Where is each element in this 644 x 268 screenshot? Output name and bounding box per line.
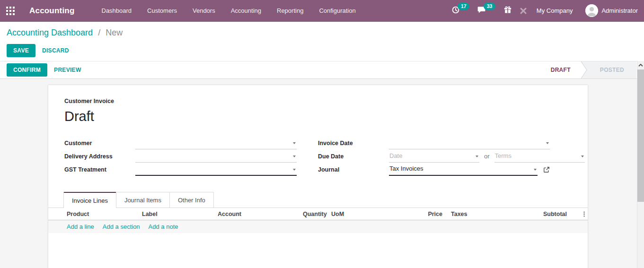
- company-switcher[interactable]: My Company: [537, 7, 573, 14]
- journal-field-row: Journal: [318, 163, 550, 176]
- menu-item-configuration[interactable]: Configuration: [319, 7, 355, 14]
- statusbar: CONFIRM PREVIEW DRAFT POSTED: [0, 61, 644, 79]
- content-area: Customer Invoice Draft Customer Delivery…: [0, 79, 644, 268]
- menu-item-vendors[interactable]: Vendors: [193, 7, 215, 14]
- breadcrumb: Accounting Dashboard / New: [7, 27, 644, 38]
- column-header-label[interactable]: Label: [142, 211, 218, 217]
- statusbar-actions: CONFIRM PREVIEW: [7, 63, 88, 77]
- due-date-field-row: Due Date or: [318, 150, 550, 163]
- confirm-button[interactable]: CONFIRM: [7, 63, 47, 77]
- invoice-date-input[interactable]: [389, 137, 550, 149]
- caret-down-icon[interactable]: [293, 169, 296, 171]
- invoice-state-title: Draft: [64, 109, 588, 124]
- scrollbar-thumb[interactable]: [637, 69, 644, 202]
- add-a-note-link[interactable]: Add a note: [149, 223, 178, 230]
- table-add-row: Add a line Add a section Add a note: [48, 220, 588, 233]
- delivery-address-field-row: Delivery Address: [64, 150, 297, 163]
- vertical-scrollbar[interactable]: [637, 61, 644, 268]
- odoo-accounting-screen: Accounting Dashboard Customers Vendors A…: [0, 0, 644, 268]
- invoice-lines-header-row: Product Label Account Quantity UoM Price…: [48, 208, 588, 220]
- field-groups: Customer Delivery Address: [48, 137, 588, 176]
- payment-terms-input[interactable]: [494, 150, 585, 162]
- invoice-date-label: Invoice Date: [318, 140, 389, 147]
- save-button[interactable]: SAVE: [7, 44, 35, 57]
- messages-button[interactable]: 33: [477, 6, 495, 16]
- or-label: or: [484, 153, 490, 160]
- app-name[interactable]: Accounting: [29, 6, 75, 16]
- breadcrumb-current: New: [106, 28, 123, 37]
- column-header-account[interactable]: Account: [218, 211, 303, 217]
- customer-label: Customer: [64, 140, 135, 147]
- right-field-column: Invoice Date Due Date or: [318, 137, 572, 176]
- add-a-line-link[interactable]: Add a line: [67, 223, 94, 230]
- column-header-taxes[interactable]: Taxes: [442, 211, 496, 217]
- scroll-up-icon[interactable]: [637, 61, 644, 69]
- status-step-draft[interactable]: DRAFT: [540, 61, 581, 78]
- systray: 17 33 My Company Administrator: [451, 4, 644, 17]
- main-menu: Dashboard Customers Vendors Accounting R…: [102, 7, 356, 14]
- preview-button[interactable]: PREVIEW: [47, 63, 88, 77]
- control-panel-buttons: SAVE DISCARD: [7, 44, 644, 57]
- status-steps: DRAFT POSTED: [540, 61, 636, 78]
- breadcrumb-parent-link[interactable]: Accounting Dashboard: [7, 28, 93, 37]
- rewards-button[interactable]: [503, 5, 512, 16]
- delivery-address-label: Delivery Address: [64, 153, 135, 160]
- caret-down-icon[interactable]: [293, 156, 296, 157]
- left-field-column: Customer Delivery Address: [64, 137, 318, 176]
- notebook-tabs: Invoice Lines Journal Items Other Info: [48, 192, 588, 208]
- column-header-subtotal[interactable]: Subtotal: [496, 211, 567, 217]
- customer-field-row: Customer: [64, 137, 297, 149]
- journal-input[interactable]: [389, 163, 538, 175]
- gift-icon: [503, 5, 512, 16]
- column-header-uom[interactable]: UoM: [326, 211, 383, 217]
- top-navbar: Accounting Dashboard Customers Vendors A…: [0, 0, 644, 22]
- tab-journal-items[interactable]: Journal Items: [116, 192, 170, 207]
- external-link-icon[interactable]: [543, 166, 550, 173]
- customer-input[interactable]: [135, 137, 297, 149]
- user-menu[interactable]: Administrator: [601, 7, 638, 14]
- tab-other-info[interactable]: Other Info: [169, 192, 214, 207]
- activities-button[interactable]: 17: [451, 6, 469, 16]
- tools-icon[interactable]: [519, 7, 528, 15]
- status-step-posted[interactable]: POSTED: [588, 61, 636, 78]
- menu-item-dashboard[interactable]: Dashboard: [102, 7, 132, 14]
- caret-down-icon[interactable]: [534, 169, 537, 171]
- breadcrumb-separator: /: [98, 28, 100, 37]
- caret-down-icon[interactable]: [546, 142, 549, 144]
- caret-down-icon[interactable]: [581, 156, 584, 157]
- invoice-form-sheet: Customer Invoice Draft Customer Delivery…: [48, 85, 588, 268]
- tab-invoice-lines[interactable]: Invoice Lines: [63, 192, 116, 208]
- step-arrow-icon: [581, 61, 588, 78]
- gst-treatment-input[interactable]: [135, 163, 297, 175]
- gst-treatment-label: GST Treatment: [64, 166, 135, 173]
- add-a-section-link[interactable]: Add a section: [103, 223, 140, 230]
- activities-count-badge: 17: [458, 3, 469, 10]
- column-header-product[interactable]: Product: [67, 211, 142, 217]
- invoice-date-field-row: Invoice Date: [318, 137, 550, 149]
- discard-button[interactable]: DISCARD: [35, 44, 76, 57]
- column-header-quantity[interactable]: Quantity: [303, 211, 326, 217]
- menu-item-reporting[interactable]: Reporting: [277, 7, 303, 14]
- menu-item-customers[interactable]: Customers: [147, 7, 177, 14]
- apps-grid-icon[interactable]: [6, 7, 15, 15]
- journal-label: Journal: [318, 166, 389, 173]
- due-date-label: Due Date: [318, 153, 389, 160]
- menu-item-accounting[interactable]: Accounting: [231, 7, 261, 14]
- messages-count-badge: 33: [484, 3, 495, 10]
- optional-columns-icon[interactable]: ⋮: [581, 211, 588, 217]
- column-header-price[interactable]: Price: [383, 211, 442, 217]
- caret-down-icon[interactable]: [293, 142, 296, 144]
- gst-treatment-field-row: GST Treatment: [64, 163, 297, 176]
- due-date-input[interactable]: [389, 150, 479, 162]
- user-avatar[interactable]: [585, 4, 598, 17]
- document-type-label: Customer Invoice: [64, 98, 588, 104]
- delivery-address-input[interactable]: [135, 150, 297, 162]
- control-panel: Accounting Dashboard / New SAVE DISCARD: [0, 22, 644, 61]
- caret-down-icon[interactable]: [476, 156, 478, 157]
